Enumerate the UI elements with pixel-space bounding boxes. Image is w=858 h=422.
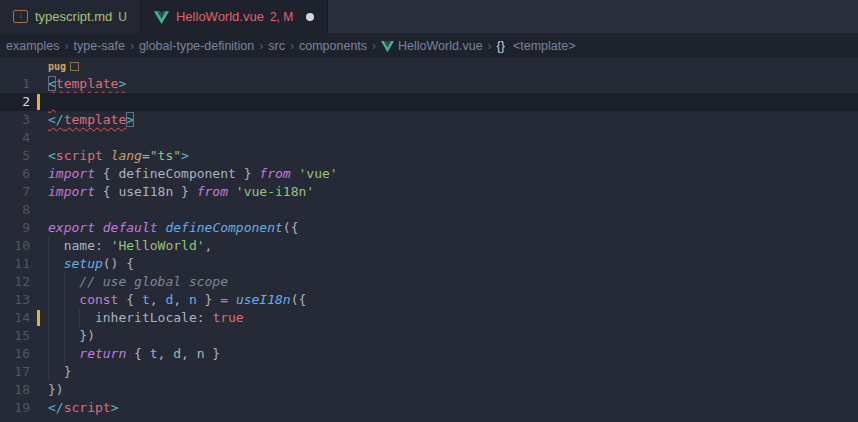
tab-typescript.md[interactable]: ↓typescript.mdU — [0, 0, 141, 33]
template-language-mode-button[interactable]: pug — [48, 58, 66, 75]
token: </ — [48, 112, 64, 127]
code-line-content: } — [48, 363, 858, 381]
code-line[interactable]: 11 setup() { — [0, 255, 858, 273]
token: , — [150, 292, 166, 307]
token: () { — [103, 256, 134, 271]
gutter[interactable]: 14 — [0, 309, 48, 327]
gutter[interactable]: 19 — [0, 399, 48, 417]
git-modified-marker[interactable] — [37, 310, 40, 326]
line-number[interactable]: 14 — [0, 309, 30, 327]
line-number[interactable]: 5 — [0, 147, 30, 165]
line-number[interactable]: 6 — [0, 165, 30, 183]
token: inheritLocale: — [48, 310, 212, 325]
code-line[interactable]: 8 — [0, 201, 858, 219]
breadcrumb-item-components[interactable]: components — [297, 39, 369, 53]
gutter[interactable]: 11 — [0, 255, 48, 273]
gutter[interactable]: 7 — [0, 183, 48, 201]
code-line[interactable]: 12 // use global scope — [0, 273, 858, 291]
vue-icon — [154, 10, 169, 25]
gutter[interactable]: 2 — [0, 93, 48, 111]
git-modified-marker[interactable] — [37, 94, 40, 110]
breadcrumb-item-type-safe[interactable]: type-safe — [72, 39, 127, 53]
line-number[interactable]: 16 — [0, 345, 30, 363]
code-line[interactable]: 18}) — [0, 381, 858, 399]
breadcrumb-separator: › — [62, 39, 72, 53]
gutter[interactable]: 3 — [0, 111, 48, 129]
code-line[interactable]: 13 const { t, d, n } = useI18n({ — [0, 291, 858, 309]
code-line[interactable]: 9export default defineComponent({ — [0, 219, 858, 237]
code-line[interactable]: 15 }) — [0, 327, 858, 345]
gutter[interactable]: 12 — [0, 273, 48, 291]
line-number[interactable]: 15 — [0, 327, 30, 345]
gutter[interactable]: 6 — [0, 165, 48, 183]
gutter[interactable]: 18 — [0, 381, 48, 399]
line-number[interactable]: 2 — [0, 93, 30, 111]
gutter[interactable]: 17 — [0, 363, 48, 381]
line-number[interactable]: 19 — [0, 399, 30, 417]
line-number[interactable]: 1 — [0, 75, 30, 93]
breadcrumb-item-template[interactable]: {}<template> — [495, 39, 578, 53]
code-line-content: name: 'HelloWorld', — [48, 237, 858, 255]
gutter[interactable]: 15 — [0, 327, 48, 345]
indent-guide — [48, 309, 49, 327]
indent-guide — [64, 273, 65, 291]
breadcrumb-label: type-safe — [74, 39, 125, 53]
token: , — [205, 238, 213, 253]
token: name: — [48, 238, 111, 253]
unsaved-changes-dot[interactable] — [306, 13, 314, 21]
token: defineComponent — [165, 220, 282, 235]
token: > — [111, 400, 119, 415]
code-line[interactable]: 7import { useI18n } from 'vue-i18n' — [0, 183, 858, 201]
token: ({ — [283, 220, 299, 235]
breadcrumb-item-src[interactable]: src — [266, 39, 287, 53]
gutter[interactable]: 1 — [0, 75, 48, 93]
code-editor[interactable]: pug 1<template>2 3</template>45<script l… — [0, 58, 858, 417]
tab-label: typescript.md — [35, 9, 112, 24]
gutter[interactable]: 10 — [0, 237, 48, 255]
code-line[interactable]: 17 } — [0, 363, 858, 381]
code-line[interactable]: 1<template> — [0, 75, 858, 93]
gutter[interactable]: 4 — [0, 129, 48, 147]
gutter[interactable]: 8 — [0, 201, 48, 219]
line-number[interactable]: 18 — [0, 381, 30, 399]
token: = — [142, 148, 150, 163]
token: from — [259, 166, 290, 181]
line-number[interactable]: 4 — [0, 129, 30, 147]
token — [95, 220, 103, 235]
indent-guide — [48, 291, 49, 309]
code-line[interactable]: 10 name: 'HelloWorld', — [0, 237, 858, 255]
code-line[interactable]: 4 — [0, 129, 858, 147]
breadcrumb-item-global-type-definition[interactable]: global-type-definition — [137, 39, 256, 53]
breadcrumb-label: examples — [6, 39, 60, 53]
code-line[interactable]: 2 — [0, 93, 858, 111]
line-number[interactable]: 9 — [0, 219, 30, 237]
line-number[interactable]: 12 — [0, 273, 30, 291]
code-line[interactable]: 3</template> — [0, 111, 858, 129]
token — [228, 292, 236, 307]
line-number[interactable]: 7 — [0, 183, 30, 201]
gutter[interactable]: 5 — [0, 147, 48, 165]
gutter[interactable]: 13 — [0, 291, 48, 309]
code-line[interactable]: 5<script lang="ts"> — [0, 147, 858, 165]
token: import — [48, 166, 95, 181]
gutter[interactable]: 9 — [0, 219, 48, 237]
code-line[interactable]: 16 return { t, d, n } — [0, 345, 858, 363]
line-number[interactable]: 17 — [0, 363, 30, 381]
breadcrumb-item-examples[interactable]: examples — [4, 39, 62, 53]
code-line-content: return { t, d, n } — [48, 345, 858, 363]
token: default — [103, 220, 158, 235]
code-line[interactable]: 19</script> — [0, 399, 858, 417]
line-number[interactable]: 11 — [0, 255, 30, 273]
line-number[interactable]: 3 — [0, 111, 30, 129]
gutter[interactable]: 16 — [0, 345, 48, 363]
indent-guide — [64, 309, 65, 327]
line-number[interactable]: 10 — [0, 237, 30, 255]
line-number[interactable]: 8 — [0, 201, 30, 219]
line-number[interactable]: 13 — [0, 291, 30, 309]
code-line[interactable]: 6import { defineComponent } from 'vue' — [0, 165, 858, 183]
token — [103, 148, 111, 163]
tab-HelloWorld.vue[interactable]: HelloWorld.vue2, M — [141, 0, 328, 33]
token: t — [142, 292, 150, 307]
code-line[interactable]: 14 inheritLocale: true — [0, 309, 858, 327]
breadcrumb-item-HelloWorld.vue[interactable]: HelloWorld.vue — [379, 39, 485, 53]
